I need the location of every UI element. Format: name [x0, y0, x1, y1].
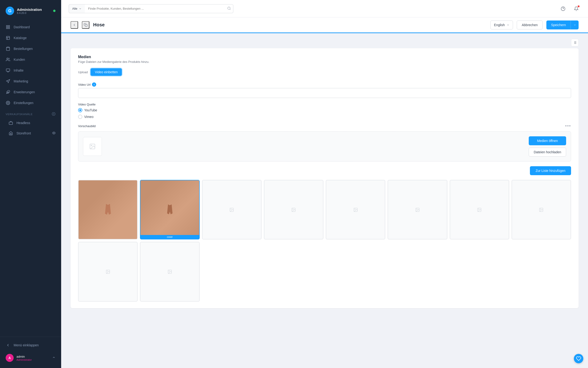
page-header: Hose English Abbrechen Speichern [61, 18, 588, 32]
sidebar-item-label: Kataloge [14, 36, 26, 40]
main-content: Alle [61, 0, 588, 368]
sidebar-item-kataloge[interactable]: Kataloge [0, 32, 61, 43]
upload-tabs: Upload Video einbetten [78, 68, 571, 76]
sidebar-logo: G Administration 6.4.20.0 [0, 0, 61, 20]
video-url-input[interactable] [78, 88, 571, 98]
placeholder-icon [353, 207, 358, 212]
media-item[interactable] [450, 180, 509, 239]
collapse-label: Menü einklappen [14, 343, 39, 347]
svg-point-34 [354, 209, 355, 209]
upload-files-button[interactable]: Dateien hochladen [529, 148, 566, 156]
media-item[interactable] [512, 180, 571, 239]
placeholder-icon [415, 207, 420, 212]
video-url-info-icon[interactable]: i [92, 83, 96, 87]
svg-point-38 [478, 209, 479, 209]
sidebar-item-erweiterungen[interactable]: Erweiterungen [0, 87, 61, 97]
svg-rect-7 [6, 69, 10, 71]
svg-point-36 [417, 209, 417, 209]
sidebar-item-storefront[interactable]: Storefront [0, 128, 61, 138]
sidebar-bottom: Menü einklappen A admin Administrator [0, 337, 61, 368]
media-card-header: Medien Füge Dateien zur Mediengalerie de… [78, 55, 571, 64]
media-item[interactable] [264, 180, 323, 239]
add-to-list-button[interactable]: Zur Liste hinzufügen [530, 166, 571, 175]
sidebar-item-label: Headless [17, 121, 30, 125]
youtube-label: YouTube [84, 108, 97, 112]
video-url-label: Video Url i [78, 83, 571, 87]
language-label: English [494, 23, 505, 27]
placeholder-icon [291, 207, 296, 212]
media-section-title: Medien [78, 55, 149, 59]
search-submit-button[interactable] [227, 6, 231, 11]
user-info: admin Administrator [17, 355, 49, 361]
back-button[interactable] [70, 21, 78, 29]
sidebar-item-headless[interactable]: Headless [0, 118, 61, 128]
media-item[interactable] [140, 242, 200, 301]
sidebar-item-dashboard[interactable]: Dashboard [0, 22, 61, 32]
status-dot [53, 10, 55, 12]
media-item[interactable]: cover [140, 180, 200, 239]
media-item[interactable] [78, 180, 138, 239]
logo-text: Administration 6.4.20.0 [17, 8, 42, 14]
media-item[interactable] [78, 242, 138, 301]
save-dropdown-button[interactable] [570, 20, 579, 29]
user-role: Administrator [17, 358, 49, 361]
svg-rect-3 [6, 28, 8, 29]
sidebar-nav: Dashboard Kataloge Bestellungen [0, 20, 61, 337]
media-item[interactable] [388, 180, 447, 239]
preview-label: Vorschaubild [78, 124, 96, 128]
preview-more-button[interactable]: ••• [565, 124, 571, 129]
sidebar-item-kunden[interactable]: Kunden [0, 54, 61, 65]
topbar: Alle [61, 0, 588, 18]
open-media-button[interactable]: Medien öffnen [529, 136, 566, 145]
content-area: Medien Füge Dateien zur Mediengalerie de… [61, 33, 588, 368]
preview-dropzone: Medien öffnen Dateien hochladen [78, 131, 571, 162]
language-selector[interactable]: English [490, 20, 513, 29]
search-filter-button[interactable]: Alle [69, 4, 85, 13]
video-source-group: Video Quelle YouTube Vimeo [78, 103, 571, 119]
radio-vimeo[interactable]: Vimeo [78, 115, 571, 119]
svg-point-42 [107, 271, 107, 271]
add-channel-icon[interactable] [52, 112, 55, 116]
search-input-wrap [85, 4, 233, 13]
save-button[interactable]: Speichern [546, 20, 570, 29]
add-to-list-row: Zur Liste hinzufügen [78, 166, 571, 175]
upload-label: Upload [78, 70, 88, 74]
storefront-icon [9, 131, 13, 136]
shopware-logo-btn[interactable] [574, 354, 583, 363]
media-item[interactable] [202, 180, 262, 239]
notifications-button[interactable] [572, 4, 580, 13]
page-title: Hose [93, 22, 487, 28]
svg-point-6 [7, 58, 8, 59]
video-url-group: Video Url i [78, 83, 571, 98]
sidebar-item-inhalte[interactable]: Inhalte [0, 65, 61, 76]
help-button[interactable] [559, 4, 567, 13]
placeholder-icon [477, 207, 482, 212]
radio-youtube[interactable]: YouTube [78, 108, 571, 112]
list-view-button[interactable] [571, 39, 579, 46]
sidebar-item-einstellungen[interactable]: Einstellungen [0, 97, 61, 108]
cover-badge: cover [140, 235, 199, 239]
sidebar-item-marketing[interactable]: Marketing [0, 76, 61, 87]
sidebar: G Administration 6.4.20.0 Dashboard [0, 0, 61, 368]
media-section-desc: Füge Dateien zur Mediengalerie des Produ… [78, 60, 149, 64]
erweiterungen-icon [6, 90, 10, 94]
sidebar-item-label: Erweiterungen [14, 90, 35, 94]
svg-point-15 [53, 133, 54, 133]
video-embed-tab[interactable]: Video einbetten [91, 68, 122, 76]
cancel-button[interactable]: Abbrechen [517, 20, 543, 29]
marketing-icon [6, 79, 10, 83]
sales-channels-label: Verkaufskanäle [0, 108, 61, 118]
video-source-label: Video Quelle [78, 103, 571, 106]
sidebar-item-label: Einstellungen [14, 101, 33, 105]
app-version: 6.4.20.0 [17, 11, 42, 14]
copy-button[interactable] [82, 21, 89, 29]
collapse-icon [6, 343, 10, 348]
svg-point-28 [91, 145, 92, 146]
sidebar-item-bestellungen[interactable]: Bestellungen [0, 43, 61, 54]
media-item[interactable] [326, 180, 385, 239]
svg-rect-4 [6, 36, 10, 40]
search-input[interactable] [85, 4, 233, 13]
collapse-menu-btn[interactable]: Menü einklappen [0, 340, 61, 350]
search-container: Alle [69, 4, 233, 13]
sidebar-user[interactable]: A admin Administrator [0, 350, 61, 365]
